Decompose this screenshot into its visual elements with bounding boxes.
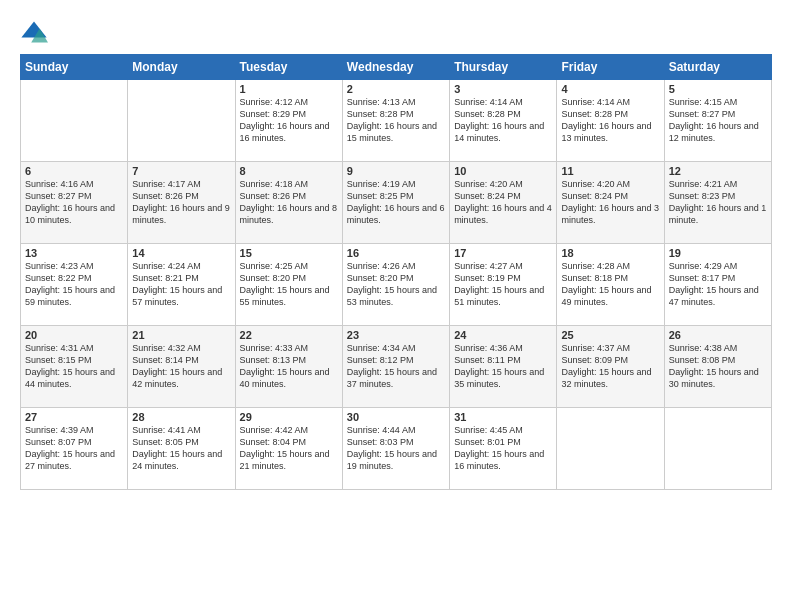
day-info: Sunrise: 4:15 AMSunset: 8:27 PMDaylight:… xyxy=(669,96,767,145)
calendar-cell: 22Sunrise: 4:33 AMSunset: 8:13 PMDayligh… xyxy=(235,326,342,408)
calendar-table: SundayMondayTuesdayWednesdayThursdayFrid… xyxy=(20,54,772,490)
day-number: 2 xyxy=(347,83,445,95)
day-number: 4 xyxy=(561,83,659,95)
day-number: 11 xyxy=(561,165,659,177)
calendar-cell: 13Sunrise: 4:23 AMSunset: 8:22 PMDayligh… xyxy=(21,244,128,326)
calendar-week-2: 6Sunrise: 4:16 AMSunset: 8:27 PMDaylight… xyxy=(21,162,772,244)
calendar-cell: 8Sunrise: 4:18 AMSunset: 8:26 PMDaylight… xyxy=(235,162,342,244)
day-number: 27 xyxy=(25,411,123,423)
day-info: Sunrise: 4:36 AMSunset: 8:11 PMDaylight:… xyxy=(454,342,552,391)
weekday-header-sunday: Sunday xyxy=(21,55,128,80)
calendar-cell: 21Sunrise: 4:32 AMSunset: 8:14 PMDayligh… xyxy=(128,326,235,408)
day-info: Sunrise: 4:41 AMSunset: 8:05 PMDaylight:… xyxy=(132,424,230,473)
calendar-cell xyxy=(557,408,664,490)
day-info: Sunrise: 4:37 AMSunset: 8:09 PMDaylight:… xyxy=(561,342,659,391)
calendar-cell: 2Sunrise: 4:13 AMSunset: 8:28 PMDaylight… xyxy=(342,80,449,162)
calendar-cell: 20Sunrise: 4:31 AMSunset: 8:15 PMDayligh… xyxy=(21,326,128,408)
day-number: 29 xyxy=(240,411,338,423)
logo-icon xyxy=(20,18,48,46)
calendar-cell xyxy=(128,80,235,162)
day-number: 22 xyxy=(240,329,338,341)
calendar-cell: 30Sunrise: 4:44 AMSunset: 8:03 PMDayligh… xyxy=(342,408,449,490)
day-info: Sunrise: 4:45 AMSunset: 8:01 PMDaylight:… xyxy=(454,424,552,473)
logo xyxy=(20,18,52,46)
day-info: Sunrise: 4:38 AMSunset: 8:08 PMDaylight:… xyxy=(669,342,767,391)
day-info: Sunrise: 4:33 AMSunset: 8:13 PMDaylight:… xyxy=(240,342,338,391)
calendar-cell: 25Sunrise: 4:37 AMSunset: 8:09 PMDayligh… xyxy=(557,326,664,408)
weekday-header-friday: Friday xyxy=(557,55,664,80)
day-info: Sunrise: 4:21 AMSunset: 8:23 PMDaylight:… xyxy=(669,178,767,227)
day-number: 19 xyxy=(669,247,767,259)
calendar-cell: 3Sunrise: 4:14 AMSunset: 8:28 PMDaylight… xyxy=(450,80,557,162)
day-number: 25 xyxy=(561,329,659,341)
calendar-cell: 4Sunrise: 4:14 AMSunset: 8:28 PMDaylight… xyxy=(557,80,664,162)
calendar-cell: 29Sunrise: 4:42 AMSunset: 8:04 PMDayligh… xyxy=(235,408,342,490)
day-number: 17 xyxy=(454,247,552,259)
calendar-cell: 31Sunrise: 4:45 AMSunset: 8:01 PMDayligh… xyxy=(450,408,557,490)
calendar-cell: 14Sunrise: 4:24 AMSunset: 8:21 PMDayligh… xyxy=(128,244,235,326)
calendar-cell: 6Sunrise: 4:16 AMSunset: 8:27 PMDaylight… xyxy=(21,162,128,244)
day-info: Sunrise: 4:28 AMSunset: 8:18 PMDaylight:… xyxy=(561,260,659,309)
day-number: 24 xyxy=(454,329,552,341)
day-number: 23 xyxy=(347,329,445,341)
header xyxy=(20,18,772,46)
day-number: 6 xyxy=(25,165,123,177)
day-info: Sunrise: 4:32 AMSunset: 8:14 PMDaylight:… xyxy=(132,342,230,391)
calendar-cell: 26Sunrise: 4:38 AMSunset: 8:08 PMDayligh… xyxy=(664,326,771,408)
day-info: Sunrise: 4:31 AMSunset: 8:15 PMDaylight:… xyxy=(25,342,123,391)
calendar-cell: 28Sunrise: 4:41 AMSunset: 8:05 PMDayligh… xyxy=(128,408,235,490)
day-info: Sunrise: 4:17 AMSunset: 8:26 PMDaylight:… xyxy=(132,178,230,227)
calendar-cell: 18Sunrise: 4:28 AMSunset: 8:18 PMDayligh… xyxy=(557,244,664,326)
day-number: 10 xyxy=(454,165,552,177)
day-number: 28 xyxy=(132,411,230,423)
day-number: 1 xyxy=(240,83,338,95)
weekday-header-monday: Monday xyxy=(128,55,235,80)
day-info: Sunrise: 4:20 AMSunset: 8:24 PMDaylight:… xyxy=(454,178,552,227)
day-number: 31 xyxy=(454,411,552,423)
calendar-week-1: 1Sunrise: 4:12 AMSunset: 8:29 PMDaylight… xyxy=(21,80,772,162)
day-info: Sunrise: 4:26 AMSunset: 8:20 PMDaylight:… xyxy=(347,260,445,309)
calendar-header-row: SundayMondayTuesdayWednesdayThursdayFrid… xyxy=(21,55,772,80)
day-number: 26 xyxy=(669,329,767,341)
calendar-cell: 12Sunrise: 4:21 AMSunset: 8:23 PMDayligh… xyxy=(664,162,771,244)
day-number: 8 xyxy=(240,165,338,177)
calendar-cell: 11Sunrise: 4:20 AMSunset: 8:24 PMDayligh… xyxy=(557,162,664,244)
weekday-header-thursday: Thursday xyxy=(450,55,557,80)
day-info: Sunrise: 4:39 AMSunset: 8:07 PMDaylight:… xyxy=(25,424,123,473)
calendar-cell xyxy=(21,80,128,162)
calendar-cell: 23Sunrise: 4:34 AMSunset: 8:12 PMDayligh… xyxy=(342,326,449,408)
calendar-cell: 10Sunrise: 4:20 AMSunset: 8:24 PMDayligh… xyxy=(450,162,557,244)
day-number: 5 xyxy=(669,83,767,95)
calendar-cell: 7Sunrise: 4:17 AMSunset: 8:26 PMDaylight… xyxy=(128,162,235,244)
day-info: Sunrise: 4:23 AMSunset: 8:22 PMDaylight:… xyxy=(25,260,123,309)
day-number: 12 xyxy=(669,165,767,177)
calendar-cell: 1Sunrise: 4:12 AMSunset: 8:29 PMDaylight… xyxy=(235,80,342,162)
day-info: Sunrise: 4:14 AMSunset: 8:28 PMDaylight:… xyxy=(454,96,552,145)
day-info: Sunrise: 4:27 AMSunset: 8:19 PMDaylight:… xyxy=(454,260,552,309)
day-info: Sunrise: 4:18 AMSunset: 8:26 PMDaylight:… xyxy=(240,178,338,227)
day-info: Sunrise: 4:34 AMSunset: 8:12 PMDaylight:… xyxy=(347,342,445,391)
day-number: 3 xyxy=(454,83,552,95)
day-info: Sunrise: 4:24 AMSunset: 8:21 PMDaylight:… xyxy=(132,260,230,309)
day-number: 7 xyxy=(132,165,230,177)
calendar-cell: 9Sunrise: 4:19 AMSunset: 8:25 PMDaylight… xyxy=(342,162,449,244)
day-number: 30 xyxy=(347,411,445,423)
day-info: Sunrise: 4:12 AMSunset: 8:29 PMDaylight:… xyxy=(240,96,338,145)
day-info: Sunrise: 4:14 AMSunset: 8:28 PMDaylight:… xyxy=(561,96,659,145)
calendar-cell: 17Sunrise: 4:27 AMSunset: 8:19 PMDayligh… xyxy=(450,244,557,326)
weekday-header-saturday: Saturday xyxy=(664,55,771,80)
day-info: Sunrise: 4:29 AMSunset: 8:17 PMDaylight:… xyxy=(669,260,767,309)
calendar-cell: 24Sunrise: 4:36 AMSunset: 8:11 PMDayligh… xyxy=(450,326,557,408)
page: SundayMondayTuesdayWednesdayThursdayFrid… xyxy=(0,0,792,612)
day-number: 14 xyxy=(132,247,230,259)
calendar-week-3: 13Sunrise: 4:23 AMSunset: 8:22 PMDayligh… xyxy=(21,244,772,326)
day-info: Sunrise: 4:25 AMSunset: 8:20 PMDaylight:… xyxy=(240,260,338,309)
day-info: Sunrise: 4:16 AMSunset: 8:27 PMDaylight:… xyxy=(25,178,123,227)
day-info: Sunrise: 4:20 AMSunset: 8:24 PMDaylight:… xyxy=(561,178,659,227)
calendar-cell: 16Sunrise: 4:26 AMSunset: 8:20 PMDayligh… xyxy=(342,244,449,326)
calendar-cell: 5Sunrise: 4:15 AMSunset: 8:27 PMDaylight… xyxy=(664,80,771,162)
day-number: 13 xyxy=(25,247,123,259)
weekday-header-tuesday: Tuesday xyxy=(235,55,342,80)
day-number: 18 xyxy=(561,247,659,259)
weekday-header-wednesday: Wednesday xyxy=(342,55,449,80)
